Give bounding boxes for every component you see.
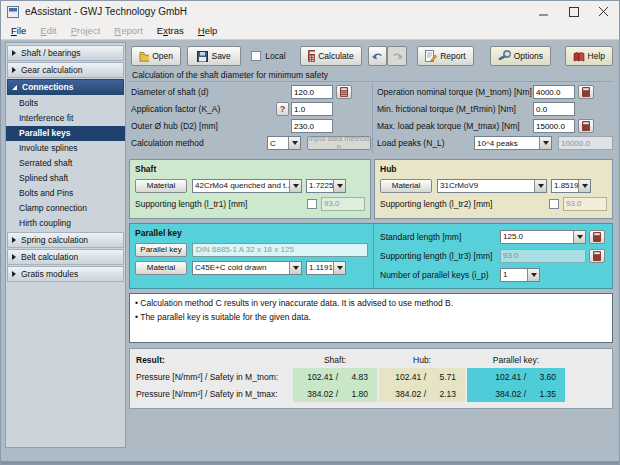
hub-material-dropdown[interactable]: 31CrMoV9 bbox=[437, 179, 547, 193]
app-window: eAssistant - GWJ Technology GmbH File Ed… bbox=[0, 0, 620, 465]
calculate-button[interactable]: Calculate bbox=[300, 46, 362, 66]
input-data-method-b-button[interactable]: Input data method B bbox=[307, 136, 371, 150]
sidebar-header-shaft-bearings[interactable]: Shaft / bearings bbox=[7, 45, 124, 61]
close-button[interactable] bbox=[589, 1, 619, 22]
parallel-key-material-dropdown[interactable]: C45E+C cold drawn bbox=[192, 261, 302, 275]
chevron-right-icon bbox=[12, 67, 16, 73]
key-supporting-length-label: Supporting length (l_tr3) [mm] bbox=[380, 251, 500, 261]
key-supporting-length-row: Supporting length (l_tr3) [mm] bbox=[380, 248, 606, 263]
outer-hub-row: Outer Ø hub (D2) [mm] bbox=[131, 119, 371, 133]
sidebar-item-interference-fit[interactable]: Interference fit bbox=[6, 111, 125, 126]
chevron-down-icon bbox=[289, 262, 301, 274]
undo-icon bbox=[371, 51, 384, 61]
hub-material-button[interactable]: Material bbox=[380, 179, 432, 193]
sidebar-item-parallel-keys[interactable]: Parallel keys bbox=[6, 126, 125, 141]
menu-edit: Edit bbox=[33, 25, 63, 36]
sidebar-item-hirth-coupling[interactable]: Hirth coupling bbox=[6, 216, 125, 231]
open-folder-icon bbox=[139, 51, 149, 62]
parallel-key-material-row: Material C45E+C cold drawn 1.1191 bbox=[135, 260, 368, 275]
num-keys-dropdown[interactable]: 1 bbox=[500, 268, 540, 282]
nominal-torque-calc-button[interactable] bbox=[578, 85, 594, 99]
standard-length-dropdown[interactable]: 125.0 bbox=[500, 230, 586, 244]
parallel-key-designation-field: DIN 6885-1 A 32 x 18 x 125 bbox=[192, 243, 368, 257]
parallel-key-panel: Parallel key Parallel key DIN 6885-1 A 3… bbox=[129, 223, 613, 289]
sidebar-header-connections[interactable]: Connections bbox=[7, 79, 124, 95]
nominal-torque-input[interactable] bbox=[533, 85, 575, 99]
hub-panel: Hub Material 31CrMoV9 1.8519 Supporting … bbox=[374, 159, 613, 219]
diameter-input[interactable] bbox=[291, 85, 333, 99]
local-checkbox[interactable] bbox=[251, 51, 261, 61]
sidebar-header-gratis-modules[interactable]: Gratis modules bbox=[7, 266, 124, 282]
hub-title: Hub bbox=[380, 164, 607, 174]
menu-help[interactable]: Help bbox=[191, 25, 225, 36]
parallel-key-material-button[interactable]: Material bbox=[135, 261, 187, 275]
hub-supporting-length-label: Supporting length (l_tr2) [mm] bbox=[380, 199, 549, 209]
parallel-key-right: Standard length [mm] 125.0 Supporting le… bbox=[373, 224, 612, 288]
open-button[interactable]: Open bbox=[131, 46, 181, 66]
peak-torque-calc-button[interactable] bbox=[578, 119, 594, 133]
application-factor-help-button[interactable]: ? bbox=[276, 102, 289, 116]
parallel-key-left: Parallel key Parallel key DIN 6885-1 A 3… bbox=[130, 224, 373, 288]
minimize-button[interactable] bbox=[529, 1, 559, 22]
application-factor-input[interactable] bbox=[291, 102, 333, 116]
toolbar: Open Save Local Calculate Repo bbox=[131, 45, 613, 67]
options-button[interactable]: Options bbox=[490, 46, 551, 66]
diameter-calc-button[interactable] bbox=[336, 85, 352, 99]
local-checkbox-group: Local bbox=[251, 51, 285, 61]
result-row-label: Pressure [N/mm²] / Safety in M_tnom: bbox=[136, 368, 278, 385]
load-peaks-count-input bbox=[558, 136, 613, 150]
chevron-down-icon bbox=[289, 180, 301, 192]
peak-torque-row: Max. load peak torque (M_tmax) [Nm] bbox=[377, 119, 613, 133]
shaft-supporting-length-input bbox=[321, 197, 365, 211]
menu-extras[interactable]: Extras bbox=[150, 25, 191, 36]
shaft-material-number-dropdown[interactable]: 1.7225 bbox=[306, 179, 346, 193]
parallel-key-button[interactable]: Parallel key bbox=[135, 243, 187, 257]
shaft-material-button[interactable]: Material bbox=[135, 179, 187, 193]
load-peaks-dropdown[interactable]: 10^4 peaks bbox=[474, 136, 552, 150]
sidebar-item-serrated-shaft[interactable]: Serrated shaft bbox=[6, 156, 125, 171]
undo-button[interactable] bbox=[368, 46, 388, 66]
help-button[interactable]: Help bbox=[565, 46, 613, 66]
calculator-icon bbox=[593, 251, 601, 261]
menu-bar: File Edit Project Report Extras Help bbox=[1, 22, 619, 40]
standard-length-calc-button[interactable] bbox=[589, 230, 605, 244]
chevron-right-icon bbox=[12, 50, 16, 56]
report-button[interactable]: Report bbox=[417, 46, 474, 66]
calc-method-dropdown[interactable]: C bbox=[267, 136, 301, 150]
key-supporting-length-input bbox=[500, 249, 586, 263]
sidebar-header-belt-calculation[interactable]: Belt calculation bbox=[7, 249, 124, 265]
shaft-material-dropdown[interactable]: 42CrMo4 quenched and t... bbox=[192, 179, 302, 193]
sidebar-header-gear-calculation[interactable]: Gear calculation bbox=[7, 62, 124, 78]
peak-torque-input[interactable] bbox=[533, 119, 575, 133]
hub-material-number-dropdown[interactable]: 1.8519 bbox=[551, 179, 591, 193]
local-label: Local bbox=[265, 51, 285, 61]
calculator-icon bbox=[582, 121, 590, 131]
calculator-icon bbox=[340, 87, 348, 97]
form-column-divider bbox=[372, 84, 373, 153]
frictional-torque-input[interactable] bbox=[533, 102, 575, 116]
chevron-down-icon bbox=[333, 262, 345, 274]
chevron-right-icon bbox=[12, 271, 16, 277]
parallel-key-material-number-dropdown[interactable]: 1.1191 bbox=[306, 261, 346, 275]
redo-icon bbox=[391, 51, 404, 61]
key-supporting-length-calc-button[interactable] bbox=[589, 249, 605, 263]
peak-torque-label: Max. load peak torque (M_tmax) [Nm] bbox=[377, 121, 533, 131]
menu-file[interactable]: File bbox=[4, 25, 33, 36]
shaft-supporting-length-checkbox[interactable] bbox=[307, 199, 317, 209]
save-button[interactable]: Save bbox=[187, 46, 241, 66]
sidebar-item-splined-shaft[interactable]: Splined shaft bbox=[6, 171, 125, 186]
sidebar-item-bolts-and-pins[interactable]: Bolts and Pins bbox=[6, 186, 125, 201]
menu-project: Project bbox=[64, 25, 108, 36]
redo-button[interactable] bbox=[387, 46, 407, 66]
maximize-button[interactable] bbox=[559, 1, 589, 22]
outer-hub-input[interactable] bbox=[291, 119, 333, 133]
message-line: • Calculation method C results in very i… bbox=[135, 297, 607, 311]
diameter-row: Diameter of shaft (d) bbox=[131, 85, 371, 99]
sidebar-item-bolts[interactable]: Bolts bbox=[6, 96, 125, 111]
sidebar-item-clamp-connection[interactable]: Clamp connection bbox=[6, 201, 125, 216]
hub-supporting-length-input bbox=[563, 197, 607, 211]
hub-supporting-length-checkbox[interactable] bbox=[549, 199, 559, 209]
sidebar: Shaft / bearings Gear calculation Connec… bbox=[5, 42, 126, 448]
sidebar-header-spring-calculation[interactable]: Spring calculation bbox=[7, 232, 124, 248]
sidebar-item-involute-splines[interactable]: Involute splines bbox=[6, 141, 125, 156]
